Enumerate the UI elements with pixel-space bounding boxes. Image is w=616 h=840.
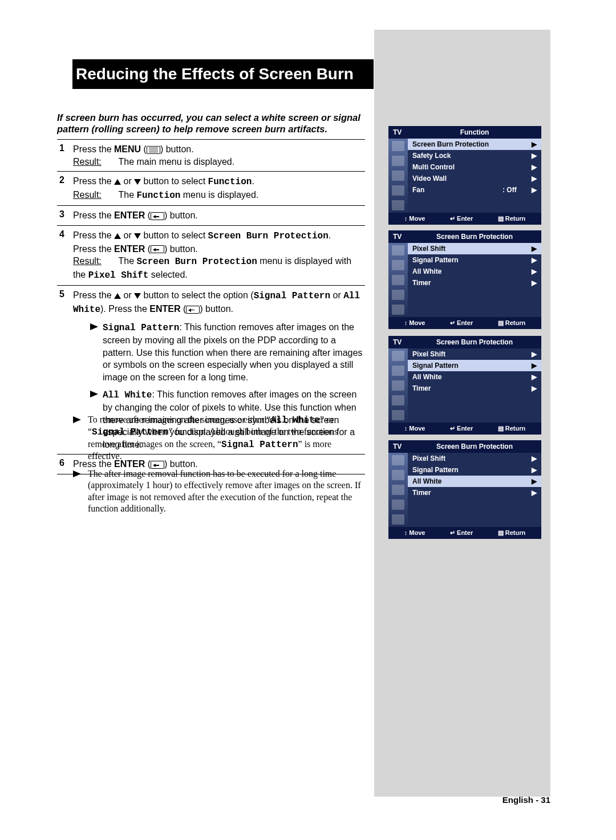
osd-title: Screen Burn Protection — [412, 338, 537, 346]
step-body: Press the or button to select Function. … — [73, 175, 365, 202]
chevron-right-icon: ▶ — [530, 163, 537, 171]
up-icon — [114, 293, 121, 299]
osd-hint-return: ▤ Return — [498, 319, 526, 327]
menu-item[interactable]: Timer ▶ — [408, 487, 541, 498]
sub-item: Signal Pattern: This function removes af… — [73, 321, 365, 384]
down-icon — [134, 233, 141, 239]
osd-header: TV Function — [388, 126, 541, 139]
arrow-bullet-icon — [73, 416, 81, 423]
up-icon — [114, 179, 121, 185]
osd-hint-move: ↕ Move — [404, 319, 425, 327]
osd-tv-label: TV — [393, 338, 412, 346]
step-body: Press the ENTER () button. — [73, 209, 365, 222]
chevron-right-icon: ▶ — [530, 245, 537, 253]
osd-category-icons — [388, 453, 408, 527]
menu-item[interactable]: Screen Burn Protection ▶ — [408, 139, 541, 150]
result-label: Result: — [73, 156, 108, 168]
step-row: 3 Press the ENTER () button. — [57, 205, 365, 225]
section-title-bar: Reducing the Effects of Screen Burn — [66, 59, 374, 89]
menu-item[interactable]: Signal Pattern ▶ — [408, 360, 541, 371]
osd-category-icons — [388, 139, 408, 213]
chevron-right-icon: ▶ — [530, 256, 537, 264]
section-title: Reducing the Effects of Screen Burn — [76, 65, 354, 83]
chevron-right-icon: ▶ — [530, 373, 537, 381]
menu-item[interactable]: Timer ▶ — [408, 383, 541, 394]
down-icon — [134, 293, 141, 299]
enter-icon — [151, 245, 164, 253]
step-row: 2 Press the or button to select Function… — [57, 171, 365, 205]
osd-footer: ↕ Move ↵ Enter ▤ Return — [388, 317, 541, 329]
step-number: 6 — [57, 458, 73, 470]
osd-hint-return: ▤ Return — [498, 425, 526, 432]
result-label: Result: — [73, 255, 108, 267]
enter-icon — [151, 212, 164, 220]
chevron-right-icon: ▶ — [530, 466, 537, 474]
chevron-right-icon: ▶ — [530, 384, 537, 392]
osd-hint-enter: ↵ Enter — [450, 529, 473, 537]
intro-text: If screen burn has occurred, you can sel… — [57, 112, 365, 135]
menu-item[interactable]: Signal Pattern ▶ — [408, 464, 541, 476]
note-item: To remove after images on the screen, us… — [73, 414, 365, 462]
step-number: 3 — [57, 209, 73, 222]
chevron-right-icon: ▶ — [530, 279, 537, 287]
chevron-right-icon: ▶ — [530, 186, 537, 194]
osd-footer: ↕ Move ↵ Enter ▤ Return — [388, 423, 541, 435]
osd-items-list: Pixel Shift ▶ Signal Pattern ▶ All White… — [408, 243, 541, 317]
osd-header: TV Screen Burn Protection — [388, 336, 541, 348]
menu-item[interactable]: Pixel Shift ▶ — [408, 243, 541, 254]
chevron-right-icon: ▶ — [530, 175, 537, 182]
menu-item[interactable]: All White ▶ — [408, 371, 541, 383]
osd-hint-return: ▤ Return — [498, 529, 526, 537]
step-number: 4 — [57, 229, 73, 282]
osd-category-icons — [388, 243, 408, 317]
osd-hint-return: ▤ Return — [498, 215, 526, 222]
osd-items-list: Pixel Shift ▶ Signal Pattern ▶ All White… — [408, 348, 541, 423]
osd-tv-label: TV — [393, 443, 412, 451]
menu-item[interactable]: All White ▶ — [408, 476, 541, 487]
osd-title: Screen Burn Protection — [412, 233, 537, 241]
osd-hint-move: ↕ Move — [404, 425, 425, 432]
arrow-bullet-icon — [90, 391, 98, 397]
step-number: 5 — [57, 289, 73, 451]
menu-item[interactable]: Pixel Shift ▶ — [408, 453, 541, 464]
osd-footer: ↕ Move ↵ Enter ▤ Return — [388, 527, 541, 539]
osd-menu: TV Screen Burn Protection Pixel Shift ▶ … — [388, 336, 541, 435]
chevron-right-icon: ▶ — [530, 350, 537, 358]
step-body: Press the or button to select Screen Bur… — [73, 229, 365, 282]
menu-item[interactable]: Signal Pattern ▶ — [408, 254, 541, 266]
step-number: 1 — [57, 143, 73, 168]
notes-block: To remove after images on the screen, us… — [73, 414, 365, 521]
chevron-right-icon: ▶ — [530, 477, 537, 485]
menu-icon — [147, 146, 160, 154]
osd-header: TV Screen Burn Protection — [388, 440, 541, 453]
enter-icon — [186, 306, 200, 314]
osd-footer: ↕ Move ↵ Enter ▤ Return — [388, 213, 541, 225]
up-icon — [114, 233, 121, 239]
osd-items-list: Screen Burn Protection ▶ Safety Lock ▶ M… — [408, 139, 541, 213]
menu-item[interactable]: Video Wall ▶ — [408, 173, 541, 184]
down-icon — [134, 179, 141, 185]
osd-tv-label: TV — [393, 128, 412, 136]
osd-hint-move: ↕ Move — [404, 215, 425, 222]
step-row: 4 Press the or button to select Screen B… — [57, 225, 365, 285]
osd-hint-move: ↕ Move — [404, 529, 425, 537]
osd-category-icons — [388, 348, 408, 423]
osd-items-list: Pixel Shift ▶ Signal Pattern ▶ All White… — [408, 453, 541, 527]
menu-item[interactable]: Timer ▶ — [408, 277, 541, 289]
menu-item[interactable]: Multi Control ▶ — [408, 161, 541, 173]
menu-item[interactable]: Fan : Off ▶ — [408, 184, 541, 196]
chevron-right-icon: ▶ — [530, 455, 537, 462]
menu-item[interactable]: Pixel Shift ▶ — [408, 348, 541, 360]
chevron-right-icon: ▶ — [530, 362, 537, 370]
osd-menu: TV Screen Burn Protection Pixel Shift ▶ … — [388, 230, 541, 329]
osd-menu: TV Function Screen Burn Protection ▶ Saf… — [388, 126, 541, 225]
step-body: Press the MENU () button. Result: The ma… — [73, 143, 365, 168]
osd-title: Function — [412, 128, 537, 136]
arrow-bullet-icon — [90, 323, 98, 330]
menu-item[interactable]: Safety Lock ▶ — [408, 150, 541, 161]
chevron-right-icon: ▶ — [530, 267, 537, 275]
step-row: 1 Press the MENU () button. Result: The … — [57, 139, 365, 171]
menu-item[interactable]: All White ▶ — [408, 266, 541, 277]
osd-hint-enter: ↵ Enter — [450, 425, 473, 432]
chevron-right-icon: ▶ — [530, 152, 537, 160]
